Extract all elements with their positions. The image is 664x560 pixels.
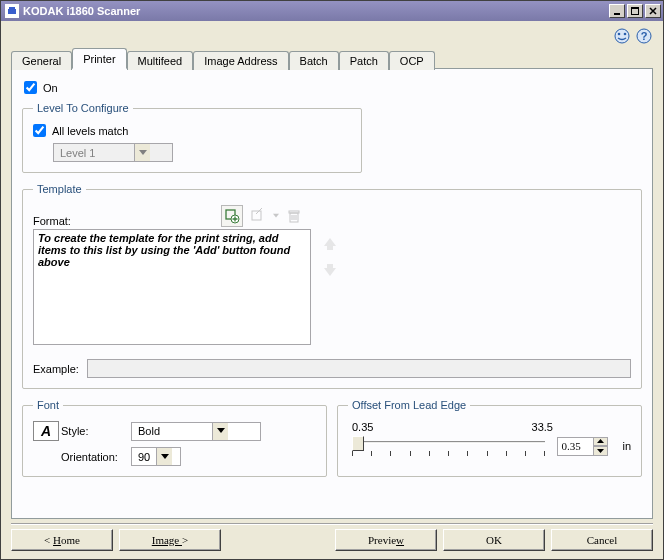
help-icons: ? [11, 25, 653, 49]
close-button[interactable] [645, 4, 661, 18]
level-select-value: Level 1 [54, 147, 134, 159]
style-label: Style: [61, 425, 131, 437]
offset-group: Offset From Lead Edge 0.35 33.5 [337, 399, 642, 477]
tab-printer[interactable]: Printer [72, 48, 126, 69]
delete-format-button[interactable] [283, 205, 305, 227]
tab-general[interactable]: General [11, 51, 72, 70]
svg-point-6 [618, 33, 621, 36]
format-list[interactable]: To create the template for the print str… [33, 229, 311, 345]
svg-point-7 [624, 33, 627, 36]
tab-batch[interactable]: Batch [289, 51, 339, 70]
level-to-configure-legend: Level To Configure [33, 102, 133, 114]
font-legend: Font [33, 399, 63, 411]
on-label: On [43, 82, 58, 94]
add-format-button[interactable] [221, 205, 243, 227]
spinner-up-button[interactable] [593, 437, 608, 447]
svg-rect-12 [252, 211, 261, 220]
tab-ocp[interactable]: OCP [389, 51, 435, 70]
tab-image-address[interactable]: Image Address [193, 51, 288, 70]
offset-max-label: 33.5 [532, 421, 553, 433]
template-legend: Template [33, 183, 86, 195]
example-output [87, 359, 631, 378]
dialog-buttons: < Home Image > Preview OK Cancel [11, 529, 653, 553]
svg-rect-4 [631, 7, 639, 9]
move-up-button[interactable] [319, 233, 341, 255]
svg-point-5 [615, 29, 629, 43]
example-label: Example: [33, 363, 79, 375]
svg-text:?: ? [641, 30, 648, 42]
window-title: KODAK i1860 Scanner [23, 5, 609, 17]
font-preview-icon: A [33, 421, 59, 441]
chevron-down-icon [273, 205, 279, 227]
chevron-down-icon [212, 423, 228, 440]
spinner-down-button[interactable] [593, 446, 608, 456]
style-select[interactable]: Bold [131, 422, 261, 441]
format-label: Format: [33, 215, 213, 227]
all-levels-match-checkbox[interactable] [33, 124, 46, 137]
offset-spinner[interactable] [557, 437, 608, 456]
svg-rect-1 [9, 7, 15, 9]
ok-button[interactable]: OK [443, 529, 545, 551]
on-checkbox[interactable] [24, 81, 37, 94]
chevron-down-icon [134, 144, 150, 161]
offset-slider[interactable] [352, 433, 545, 459]
slider-thumb[interactable] [352, 436, 364, 451]
format-placeholder: To create the template for the print str… [38, 232, 290, 268]
svg-rect-14 [289, 211, 299, 213]
minimize-button[interactable] [609, 4, 625, 18]
maximize-button[interactable] [627, 4, 643, 18]
tab-multifeed[interactable]: Multifeed [127, 51, 194, 70]
cancel-button[interactable]: Cancel [551, 529, 653, 551]
orientation-select-value: 90 [132, 451, 156, 463]
help-icon[interactable]: ? [635, 27, 653, 45]
font-group: Font A Style: Bold Orientation: 90 [22, 399, 327, 477]
edit-format-button[interactable] [247, 205, 269, 227]
titlebar: KODAK i1860 Scanner [1, 1, 663, 21]
all-levels-match-label: All levels match [52, 125, 128, 137]
svg-rect-2 [614, 13, 620, 15]
offset-unit: in [616, 440, 631, 452]
offset-min-label: 0.35 [352, 421, 373, 433]
scanner-settings-window: KODAK i1860 Scanner ? General Printer Mu… [0, 0, 664, 560]
tab-patch[interactable]: Patch [339, 51, 389, 70]
level-to-configure-group: Level To Configure All levels match Leve… [22, 102, 362, 173]
preview-button[interactable]: Preview [335, 529, 437, 551]
orientation-label: Orientation: [61, 451, 131, 463]
template-group: Template Format: [22, 183, 642, 389]
orientation-select[interactable]: 90 [131, 447, 181, 466]
offset-legend: Offset From Lead Edge [348, 399, 470, 411]
offset-input[interactable] [557, 437, 593, 456]
move-down-button[interactable] [319, 259, 341, 281]
home-button[interactable]: < Home [11, 529, 113, 551]
printer-tab-panel: On Level To Configure All levels match L… [11, 68, 653, 519]
image-button[interactable]: Image > [119, 529, 221, 551]
svg-rect-0 [8, 9, 16, 14]
chevron-down-icon [156, 448, 172, 465]
level-select: Level 1 [53, 143, 173, 162]
app-icon [5, 4, 19, 18]
tab-strip: General Printer Multifeed Image Address … [11, 49, 653, 69]
separator [11, 523, 653, 525]
about-icon[interactable] [613, 27, 631, 45]
style-select-value: Bold [132, 425, 212, 437]
